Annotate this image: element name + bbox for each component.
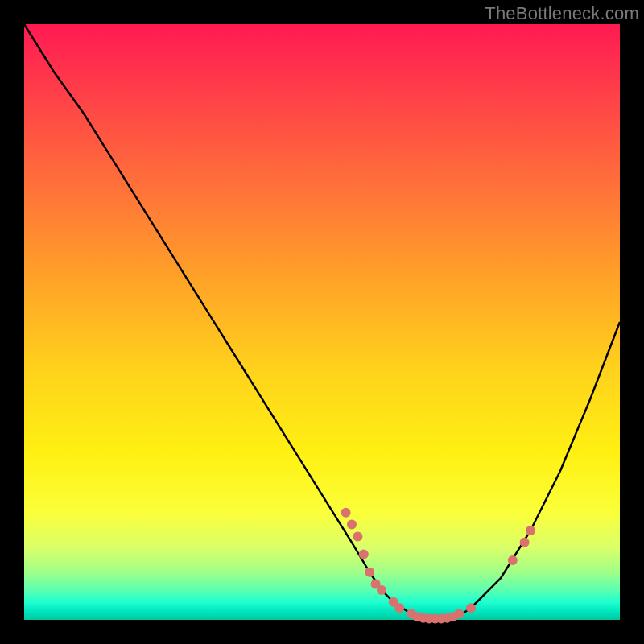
- scatter-points: [341, 508, 535, 624]
- scatter-point: [526, 526, 535, 535]
- scatter-point: [365, 568, 374, 577]
- scatter-point: [508, 555, 518, 565]
- scatter-point: [394, 603, 404, 613]
- scatter-point: [454, 609, 464, 619]
- chart-container: { "watermark": "TheBottleneck.com", "cha…: [0, 0, 644, 644]
- scatter-point: [466, 603, 476, 613]
- scatter-point: [341, 508, 351, 518]
- scatter-point: [347, 520, 357, 530]
- scatter-point: [353, 531, 362, 541]
- watermark-text: TheBottleneck.com: [485, 3, 639, 24]
- curve-layer: [24, 24, 620, 620]
- scatter-point: [520, 538, 530, 547]
- scatter-point: [377, 585, 386, 595]
- scatter-point: [359, 550, 369, 559]
